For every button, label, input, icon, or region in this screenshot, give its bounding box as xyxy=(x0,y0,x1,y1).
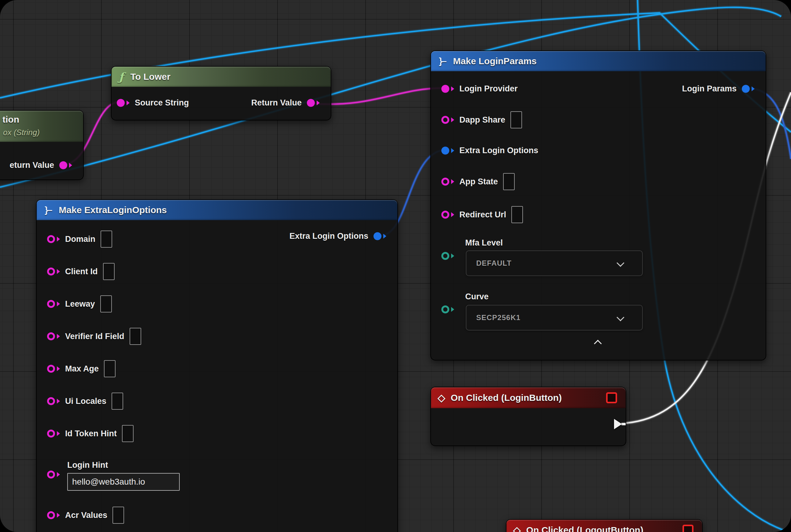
node-make-extra-login-options[interactable]: }– Make ExtraLoginOptions Domain Client … xyxy=(36,200,398,532)
dapp-share-pin[interactable] xyxy=(441,116,449,124)
exec-output-pin[interactable] xyxy=(614,419,622,429)
make-login-params-header[interactable]: }– Make LoginParams xyxy=(431,51,766,71)
return-value-pin[interactable] xyxy=(59,161,67,169)
login-provider-label: Login Provider xyxy=(459,84,518,94)
curve-dropdown[interactable]: SECP256K1 xyxy=(466,305,643,330)
mfa-level-pin[interactable] xyxy=(441,252,449,260)
collapse-node-chevron-icon[interactable] xyxy=(594,340,601,347)
on-clicked-logout-title: On Clicked (LogoutButton) xyxy=(526,525,643,532)
max-age-pin-wedge xyxy=(57,366,60,371)
blueprint-canvas[interactable]: tion ox (String) eturn Value ƒ To Lower … xyxy=(0,0,791,532)
make-extra-login-options-header[interactable]: }– Make ExtraLoginOptions xyxy=(37,200,397,220)
login-hint-pin[interactable] xyxy=(47,471,55,478)
pin-row-return-value[interactable]: Return Value xyxy=(251,98,320,108)
pin-row-acr-values[interactable]: Acr Values xyxy=(47,507,124,524)
login-hint-input[interactable]: hello@web3auth.io xyxy=(67,473,180,491)
redirect-url-pin-wedge xyxy=(451,212,454,217)
pin-row-login-params-out[interactable]: Login Params xyxy=(682,84,755,94)
client-id-value-box[interactable] xyxy=(103,263,115,280)
leeway-pin[interactable] xyxy=(47,300,55,308)
exec-pin-stem xyxy=(621,423,626,425)
max-age-label: Max Age xyxy=(65,364,99,374)
curve-pin[interactable] xyxy=(441,305,449,314)
node-make-login-params[interactable]: }– Make LoginParams Login Provider Dapp … xyxy=(430,51,766,360)
leeway-label: Leeway xyxy=(65,299,95,309)
return-value-pin-wedge xyxy=(317,100,320,105)
node-to-lower[interactable]: ƒ To Lower Source String Return Value xyxy=(111,66,331,120)
id-token-hint-pin[interactable] xyxy=(47,430,55,438)
source-string-pin[interactable] xyxy=(117,99,125,107)
domain-pin[interactable] xyxy=(47,235,55,243)
pin-row-redirect-url[interactable]: Redirect Url xyxy=(441,206,523,223)
verifier-id-field-pin[interactable] xyxy=(47,332,55,340)
pin-row-ui-locales[interactable]: Ui Locales xyxy=(47,393,123,410)
node-get-text-partial[interactable]: tion ox (String) eturn Value xyxy=(0,110,84,180)
node-on-clicked-logout-button[interactable]: ◇ On Clicked (LogoutButton) xyxy=(506,519,703,532)
dapp-share-pin-wedge xyxy=(451,117,454,122)
return-value-pin[interactable] xyxy=(307,99,315,107)
app-state-value-box[interactable] xyxy=(503,173,515,190)
mfa-level-dropdown[interactable]: DEFAULT xyxy=(466,250,643,276)
domain-value-box[interactable] xyxy=(100,230,112,248)
max-age-pin[interactable] xyxy=(47,365,55,373)
verifier-id-field-value-box[interactable] xyxy=(130,328,141,345)
on-clicked-login-title: On Clicked (LoginButton) xyxy=(451,393,562,403)
dapp-share-value-box[interactable] xyxy=(510,111,522,128)
return-value-pin-wedge xyxy=(69,163,72,168)
delegate-output-pin[interactable] xyxy=(606,392,617,403)
acr-values-label: Acr Values xyxy=(65,511,107,520)
acr-values-value-box[interactable] xyxy=(113,507,124,524)
leeway-value-box[interactable] xyxy=(100,296,112,312)
pin-row-curve[interactable] xyxy=(441,305,454,314)
node-on-clicked-login-button[interactable]: ◇ On Clicked (LoginButton) xyxy=(430,387,626,446)
pin-row-login-hint[interactable] xyxy=(47,471,60,478)
login-provider-pin[interactable] xyxy=(441,85,449,93)
redirect-url-pin[interactable] xyxy=(441,211,449,218)
verifier-id-field-label: Verifier Id Field xyxy=(65,332,124,341)
event-diamond-icon: ◇ xyxy=(438,392,445,404)
ui-locales-label: Ui Locales xyxy=(65,397,107,406)
make-extra-login-options-title: Make ExtraLoginOptions xyxy=(59,205,167,215)
acr-values-pin[interactable] xyxy=(47,511,55,519)
pin-row-login-provider[interactable]: Login Provider xyxy=(441,84,518,94)
return-value-label: eturn Value xyxy=(9,160,54,170)
app-state-pin-wedge xyxy=(451,179,454,184)
mfa-level-value: DEFAULT xyxy=(466,259,512,268)
id-token-hint-value-box[interactable] xyxy=(122,425,134,442)
client-id-pin[interactable] xyxy=(47,268,55,276)
to-lower-title: To Lower xyxy=(131,72,171,82)
redirect-url-value-box[interactable] xyxy=(512,206,523,223)
function-icon: ƒ xyxy=(119,70,124,83)
extra-login-options-out-pin[interactable] xyxy=(373,232,382,240)
login-params-out-pin-wedge xyxy=(752,86,755,91)
pin-row-id-token-hint[interactable]: Id Token Hint xyxy=(47,425,134,442)
pin-row-domain[interactable]: Domain xyxy=(47,230,112,248)
pin-row-extra-login-options-out[interactable]: Extra Login Options xyxy=(289,231,386,241)
on-clicked-login-header[interactable]: ◇ On Clicked (LoginButton) xyxy=(431,387,626,408)
domain-pin-wedge xyxy=(57,236,60,242)
ui-locales-pin[interactable] xyxy=(47,397,55,405)
max-age-value-box[interactable] xyxy=(104,360,116,377)
pin-row-extra-login-options-in[interactable]: Extra Login Options xyxy=(441,146,538,155)
pin-row-app-state[interactable]: App State xyxy=(441,173,515,190)
acr-values-pin-wedge xyxy=(57,513,60,518)
ui-locales-value-box[interactable] xyxy=(112,393,123,410)
app-state-pin[interactable] xyxy=(441,178,449,186)
login-hint-label: Login Hint xyxy=(67,460,108,470)
pin-row-max-age[interactable]: Max Age xyxy=(47,360,116,377)
pin-row-return-value-partial[interactable]: eturn Value xyxy=(9,160,72,170)
extra-login-options-in-pin[interactable] xyxy=(441,147,449,154)
pin-row-leeway[interactable]: Leeway xyxy=(47,296,112,312)
event-diamond-icon: ◇ xyxy=(513,524,521,532)
pin-row-dapp-share[interactable]: Dapp Share xyxy=(441,111,522,128)
get-text-title-fragment: tion xyxy=(2,114,19,125)
delegate-output-pin[interactable] xyxy=(682,525,694,532)
extra-login-options-out-label: Extra Login Options xyxy=(289,231,368,241)
pin-row-client-id[interactable]: Client Id xyxy=(47,263,115,280)
login-params-out-pin[interactable] xyxy=(742,85,750,93)
pin-row-verifier-id-field[interactable]: Verifier Id Field xyxy=(47,328,141,345)
pin-row-mfa-level[interactable] xyxy=(441,252,454,260)
pin-row-source-string[interactable]: Source String xyxy=(117,98,189,108)
on-clicked-logout-header[interactable]: ◇ On Clicked (LogoutButton) xyxy=(506,520,702,532)
to-lower-header[interactable]: ƒ To Lower xyxy=(112,66,331,87)
